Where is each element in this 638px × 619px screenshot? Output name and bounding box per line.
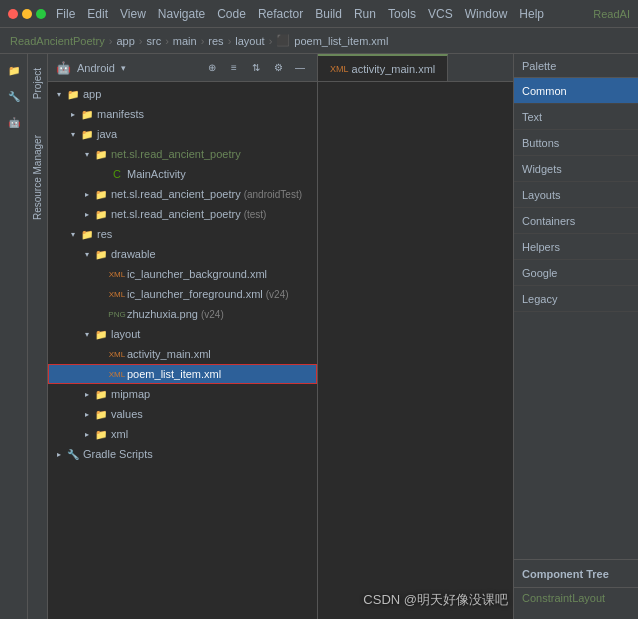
label-activity-main: activity_main.xml bbox=[127, 348, 211, 360]
label-ic-bg: ic_launcher_background.xml bbox=[127, 268, 267, 280]
palette-item-legacy[interactable]: Legacy bbox=[514, 286, 638, 312]
xml-icon-ic-bg: XML bbox=[110, 267, 124, 281]
label-java: java bbox=[97, 128, 117, 140]
label-poem-list: poem_list_item.xml bbox=[127, 368, 221, 380]
breadcrumb-src[interactable]: src bbox=[146, 35, 161, 47]
tree-item-xml[interactable]: 📁 xml bbox=[48, 424, 317, 444]
folder-icon-app: 📁 bbox=[66, 87, 80, 101]
tree-item-ic-bg[interactable]: XML ic_launcher_background.xml bbox=[48, 264, 317, 284]
palette-item-text[interactable]: Text bbox=[514, 104, 638, 130]
png-icon: PNG bbox=[110, 307, 124, 321]
breadcrumb-res[interactable]: res bbox=[208, 35, 223, 47]
folder-icon-layout: 📁 bbox=[94, 327, 108, 341]
tree-item-ic-fg[interactable]: XML ic_launcher_foreground.xml (v24) bbox=[48, 284, 317, 304]
palette-item-google[interactable]: Google bbox=[514, 260, 638, 286]
add-icon[interactable]: ⊕ bbox=[203, 59, 221, 77]
minimize-panel-icon[interactable]: — bbox=[291, 59, 309, 77]
palette-label-widgets: Widgets bbox=[522, 163, 562, 175]
tree-item-mainactivity[interactable]: C MainActivity bbox=[48, 164, 317, 184]
menu-build[interactable]: Build bbox=[315, 7, 342, 21]
structure-icon[interactable]: 🔧 bbox=[2, 84, 26, 108]
tree-item-net1[interactable]: 📁 net.sl.read_ancient_poetry bbox=[48, 144, 317, 164]
palette-item-layouts[interactable]: Layouts bbox=[514, 182, 638, 208]
minimize-button[interactable] bbox=[22, 9, 32, 19]
tree-item-mipmap[interactable]: 📁 mipmap bbox=[48, 384, 317, 404]
label-drawable: drawable bbox=[111, 248, 156, 260]
tree-item-drawable[interactable]: 📁 drawable bbox=[48, 244, 317, 264]
menu-code[interactable]: Code bbox=[217, 7, 246, 21]
palette-item-common[interactable]: Common bbox=[514, 78, 638, 104]
palette-label-text: Text bbox=[522, 111, 542, 123]
palette-item-buttons[interactable]: Buttons bbox=[514, 130, 638, 156]
tree-item-poem-list[interactable]: XML poem_list_item.xml bbox=[48, 364, 317, 384]
breadcrumb-app[interactable]: app bbox=[116, 35, 134, 47]
sync-icon[interactable]: ⇅ bbox=[247, 59, 265, 77]
dropdown-arrow[interactable]: ▾ bbox=[121, 63, 126, 73]
menu-help[interactable]: Help bbox=[519, 7, 544, 21]
tab-bar: XML activity_main.xml bbox=[318, 54, 513, 82]
label-png-v24: (v24) bbox=[201, 309, 224, 320]
arrow-xml bbox=[80, 427, 94, 441]
settings-icon[interactable]: ⚙ bbox=[269, 59, 287, 77]
tree-item-gradle[interactable]: 🔧 Gradle Scripts bbox=[48, 444, 317, 464]
palette-label-buttons: Buttons bbox=[522, 137, 559, 149]
label-gradle: Gradle Scripts bbox=[83, 448, 153, 460]
folder-icon-drawable: 📁 bbox=[94, 247, 108, 261]
panel-actions: ⊕ ≡ ⇅ ⚙ — bbox=[203, 59, 309, 77]
constraint-layout-label: ConstraintLayout bbox=[522, 592, 605, 604]
arrow-gradle bbox=[52, 447, 66, 461]
breadcrumb-xml-icon: ⬛ bbox=[276, 34, 290, 47]
menu-window[interactable]: Window bbox=[465, 7, 508, 21]
palette-title: Palette bbox=[522, 60, 556, 72]
breadcrumb: ReadAncientPoetry › app › src › main › r… bbox=[0, 28, 638, 54]
tree-item-png[interactable]: PNG zhuzhuxia.png (v24) bbox=[48, 304, 317, 324]
menu-run[interactable]: Run bbox=[354, 7, 376, 21]
menu-edit[interactable]: Edit bbox=[87, 7, 108, 21]
sort-icon[interactable]: ≡ bbox=[225, 59, 243, 77]
folder-icon-xml: 📁 bbox=[94, 427, 108, 441]
label-res: res bbox=[97, 228, 112, 240]
label-ic-fg: ic_launcher_foreground.xml bbox=[127, 288, 263, 300]
menu-vcs[interactable]: VCS bbox=[428, 7, 453, 21]
folder-icon-net3: 📁 bbox=[94, 207, 108, 221]
side-tab-project[interactable]: Project bbox=[30, 62, 45, 105]
menu-navigate[interactable]: Navigate bbox=[158, 7, 205, 21]
tree-item-java[interactable]: 📁 java bbox=[48, 124, 317, 144]
tree-item-net3[interactable]: 📁 net.sl.read_ancient_poetry (test) bbox=[48, 204, 317, 224]
tree-item-app[interactable]: 📁 app bbox=[48, 84, 317, 104]
label-mainactivity: MainActivity bbox=[127, 168, 186, 180]
breadcrumb-project[interactable]: ReadAncientPoetry bbox=[10, 35, 105, 47]
label-values: values bbox=[111, 408, 143, 420]
label-ic-fg-v24: (v24) bbox=[266, 289, 289, 300]
android-icon-left[interactable]: 🤖 bbox=[2, 110, 26, 134]
maximize-button[interactable] bbox=[36, 9, 46, 19]
palette-item-containers[interactable]: Containers bbox=[514, 208, 638, 234]
palette-label-layouts: Layouts bbox=[522, 189, 561, 201]
close-button[interactable] bbox=[8, 9, 18, 19]
breadcrumb-layout[interactable]: layout bbox=[235, 35, 264, 47]
menu-bar: File Edit View Navigate Code Refactor Bu… bbox=[56, 7, 544, 21]
side-tab-resource[interactable]: Resource Manager bbox=[30, 129, 45, 226]
label-net1: net.sl.read_ancient_poetry bbox=[111, 148, 241, 160]
menu-file[interactable]: File bbox=[56, 7, 75, 21]
label-net2: net.sl.read_ancient_poetry bbox=[111, 188, 241, 200]
menu-refactor[interactable]: Refactor bbox=[258, 7, 303, 21]
tree-item-net2[interactable]: 📁 net.sl.read_ancient_poetry (androidTes… bbox=[48, 184, 317, 204]
tab-activity-main[interactable]: XML activity_main.xml bbox=[318, 54, 448, 81]
palette-label-common: Common bbox=[522, 85, 567, 97]
tree-item-res[interactable]: 📁 res bbox=[48, 224, 317, 244]
arrow-drawable bbox=[80, 247, 94, 261]
palette-item-helpers[interactable]: Helpers bbox=[514, 234, 638, 260]
breadcrumb-main[interactable]: main bbox=[173, 35, 197, 47]
tree-item-values[interactable]: 📁 values bbox=[48, 404, 317, 424]
menu-view[interactable]: View bbox=[120, 7, 146, 21]
palette-item-widgets[interactable]: Widgets bbox=[514, 156, 638, 182]
component-tree-title: Component Tree bbox=[522, 568, 609, 580]
menu-tools[interactable]: Tools bbox=[388, 7, 416, 21]
tree-item-manifests[interactable]: 📁 manifests bbox=[48, 104, 317, 124]
project-icon[interactable]: 📁 bbox=[2, 58, 26, 82]
label-app: app bbox=[83, 88, 101, 100]
tree-item-activity-main[interactable]: XML activity_main.xml bbox=[48, 344, 317, 364]
tree-item-layout[interactable]: 📁 layout bbox=[48, 324, 317, 344]
folder-icon-java: 📁 bbox=[80, 127, 94, 141]
